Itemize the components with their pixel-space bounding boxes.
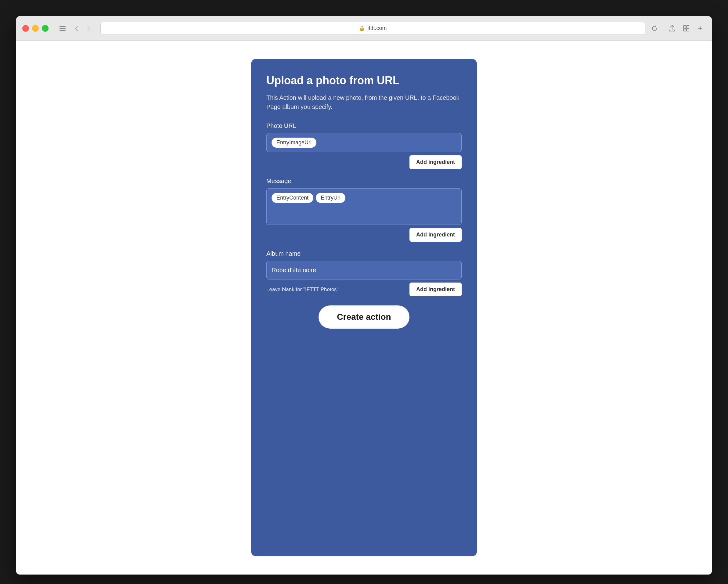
album-name-helper-text: Leave blank for "IFTTT Photos" <box>266 286 410 293</box>
photo-url-add-ingredient-button[interactable]: Add ingredient <box>410 155 462 169</box>
create-action-button[interactable]: Create action <box>318 305 409 329</box>
message-section: Message EntryContent EntryUrl Add ingred… <box>266 178 462 242</box>
tab-overview-button[interactable] <box>681 23 692 34</box>
browser-content: Upload a photo from URL This Action will… <box>16 41 712 575</box>
photo-url-add-row: Add ingredient <box>266 155 462 169</box>
album-name-input[interactable]: Robe d'été noire <box>266 261 462 279</box>
forward-button[interactable] <box>84 24 94 33</box>
svg-rect-4 <box>686 26 689 28</box>
browser-window: 🔒 ifttt.com + <box>16 16 712 575</box>
album-name-helper-row: Leave blank for "IFTTT Photos" Add ingre… <box>266 282 462 296</box>
browser-actions: + <box>667 23 706 34</box>
message-add-ingredient-button[interactable]: Add ingredient <box>410 228 462 242</box>
reload-button[interactable] <box>649 23 660 34</box>
album-name-section: Album name Robe d'été noire Leave blank … <box>266 250 462 296</box>
card-description: This Action will upload a new photo, fro… <box>266 93 462 111</box>
address-bar[interactable]: 🔒 ifttt.com <box>100 22 645 35</box>
svg-rect-3 <box>683 26 686 28</box>
svg-rect-1 <box>59 28 66 29</box>
traffic-lights <box>22 25 49 32</box>
url-text: ifttt.com <box>367 25 387 31</box>
entry-content-tag[interactable]: EntryContent <box>271 193 313 203</box>
close-button[interactable] <box>22 25 29 32</box>
card-title: Upload a photo from URL <box>266 74 462 87</box>
album-name-label: Album name <box>266 250 462 257</box>
new-tab-button[interactable]: + <box>695 23 706 34</box>
lock-icon: 🔒 <box>359 25 365 31</box>
entry-image-url-tag[interactable]: EntryImageUrl <box>271 137 316 148</box>
svg-rect-5 <box>683 29 686 31</box>
back-button[interactable] <box>72 24 81 33</box>
share-button[interactable] <box>667 23 678 34</box>
sidebar-toggle-button[interactable] <box>57 23 68 34</box>
maximize-button[interactable] <box>42 25 49 32</box>
photo-url-input[interactable]: EntryImageUrl <box>266 133 462 152</box>
album-name-add-ingredient-button[interactable]: Add ingredient <box>410 282 462 296</box>
browser-titlebar: 🔒 ifttt.com + <box>16 16 712 41</box>
entry-url-tag[interactable]: EntryUrl <box>316 193 345 203</box>
message-input[interactable]: EntryContent EntryUrl <box>266 188 462 225</box>
photo-url-label: Photo URL <box>266 122 462 129</box>
svg-rect-0 <box>59 26 66 27</box>
minimize-button[interactable] <box>32 25 39 32</box>
svg-rect-6 <box>686 29 689 31</box>
nav-buttons <box>72 24 94 33</box>
svg-rect-2 <box>59 30 66 31</box>
photo-url-section: Photo URL EntryImageUrl Add ingredient <box>266 122 462 169</box>
message-label: Message <box>266 178 462 185</box>
action-card: Upload a photo from URL This Action will… <box>251 59 477 556</box>
message-add-row: Add ingredient <box>266 228 462 242</box>
